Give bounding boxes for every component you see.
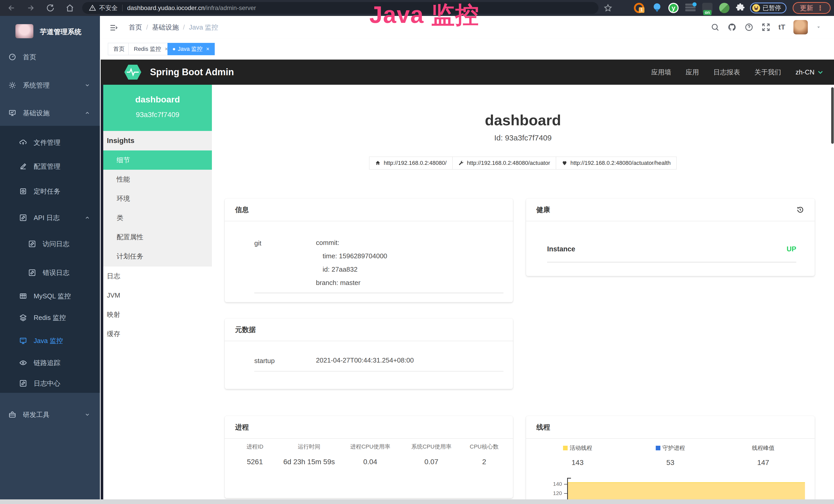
leaf-extension-icon[interactable] <box>719 3 729 13</box>
sba-instance-header[interactable]: dashboard 93a3fc7f7409 <box>103 85 212 131</box>
help-icon[interactable] <box>745 23 753 31</box>
sba-language-select[interactable]: zh-CN <box>795 68 824 76</box>
sidebar-item-access-log[interactable]: 访问日志 <box>0 232 100 256</box>
sba-menu-logs[interactable]: 日志 <box>103 267 212 286</box>
legend-daemon: 守护进程 <box>624 444 717 452</box>
health-status-badge: UP <box>787 245 796 253</box>
app-logo-row[interactable]: 芋道管理系统 <box>0 16 100 46</box>
sba-menu-metrics[interactable]: 性能 <box>103 170 212 189</box>
card-metadata: 元数据 startup 2021-04-27T00:44:31.254+08:0… <box>225 318 513 389</box>
card-title: 元数据 <box>235 325 256 334</box>
peak-threads-value: 147 <box>717 459 810 467</box>
sidebar-item-job[interactable]: 定时任务 <box>0 180 100 203</box>
timer-icon <box>19 187 27 195</box>
java-monitor-icon <box>19 337 27 345</box>
threads-values: 143 53 147 <box>531 459 810 467</box>
extension-icon[interactable]: 1 <box>634 3 644 13</box>
github-icon[interactable] <box>728 23 737 31</box>
y-tick-mark <box>564 484 567 484</box>
sba-nav-wallboard[interactable]: 应用墙 <box>651 68 671 77</box>
sba-frame: Spring Boot Admin 应用墙 应用 日志报表 关于我们 zh-CN… <box>100 60 834 499</box>
sba-menu-scheduled-tasks[interactable]: 计划任务 <box>103 247 212 266</box>
card-title: 健康 <box>536 205 550 214</box>
chevron-down-icon[interactable] <box>816 25 821 30</box>
health-url-button[interactable]: http://192.168.0.2:48080/actuator/health <box>556 157 677 169</box>
sba-nav-applications[interactable]: 应用 <box>685 68 699 77</box>
sidebar-item-config[interactable]: 配置管理 <box>0 155 100 178</box>
sidebar-item-dev-tools[interactable]: 研发工具 <box>0 403 100 427</box>
browser-profile-chip[interactable]: 已暂停 <box>750 3 787 13</box>
y-tick: 140 <box>547 481 562 487</box>
switch-extension-icon[interactable]: on <box>702 3 712 13</box>
sidebar-toggle-icon[interactable] <box>109 23 118 31</box>
instance-id: 93a3fc7f7409 <box>103 105 212 119</box>
instance-links: http://192.168.0.2:48080/ http://192.168… <box>212 157 834 169</box>
sidebar-item-home[interactable]: 首页 <box>0 45 100 69</box>
font-size-icon[interactable] <box>778 23 785 31</box>
search-icon[interactable] <box>711 23 720 31</box>
breadcrumb-current: Java 监控 <box>189 23 218 32</box>
back-icon[interactable] <box>7 3 16 13</box>
browser-update-button[interactable]: 更新 <box>793 2 831 14</box>
sidebar-item-java-monitor[interactable]: Java 监控 <box>0 329 100 352</box>
fullscreen-icon[interactable] <box>762 23 770 31</box>
sba-menu-caches[interactable]: 缓存 <box>103 324 212 344</box>
breadcrumb-infra[interactable]: 基础设施 <box>152 23 179 32</box>
reload-icon[interactable] <box>46 3 55 13</box>
sidebar-item-error-log[interactable]: 错误日志 <box>0 261 100 284</box>
threads-chart: 140 120 100 <box>526 474 815 499</box>
log-icon <box>28 240 36 248</box>
live-threads-area <box>568 482 805 499</box>
sidebar-item-file[interactable]: 文件管理 <box>0 131 100 154</box>
user-avatar[interactable] <box>793 20 808 35</box>
address-bar[interactable]: 不安全 dashboard.yudao.iocoder.cn/infra/adm… <box>82 2 598 14</box>
sba-nav-journal[interactable]: 日志报表 <box>713 68 740 77</box>
browser-menu-icon <box>817 4 824 12</box>
sidebar-item-redis[interactable]: Redis 监控 <box>0 306 100 329</box>
live-threads-value: 143 <box>531 459 624 467</box>
sidebar-item-mysql[interactable]: MySQL 监控 <box>0 284 100 308</box>
tab-redis-monitor[interactable]: Redis 监控 <box>128 43 173 55</box>
chevron-down-icon <box>817 69 824 75</box>
sba-brand-title[interactable]: Spring Boot Admin <box>150 60 234 85</box>
sidebar-item-trace[interactable]: 链路追踪 <box>0 351 100 374</box>
card-title: 信息 <box>235 205 249 214</box>
sba-header: Spring Boot Admin 应用墙 应用 日志报表 关于我们 zh-CN <box>101 60 834 85</box>
home-icon[interactable] <box>65 3 74 13</box>
scrollbar-thumb[interactable] <box>831 87 834 144</box>
sidebar-item-system[interactable]: 系统管理 <box>0 73 100 97</box>
sidebar-item-api-log[interactable]: API 日志 <box>0 206 100 230</box>
sba-menu-details[interactable]: 细节 <box>103 151 212 170</box>
chevron-down-icon <box>85 412 90 417</box>
tab-java-monitor[interactable]: Java 监控 <box>168 43 215 55</box>
y-extension-icon[interactable]: y <box>668 3 679 13</box>
sidebar-item-infra[interactable]: 基础设施 <box>0 101 100 125</box>
url-host: dashboard.yudao.iocoder.cn <box>127 4 205 12</box>
sba-menu-mappings[interactable]: 映射 <box>103 305 212 324</box>
sidebar-item-log-center[interactable]: 日志中心 <box>0 371 100 395</box>
pin-extension-icon[interactable] <box>652 3 662 13</box>
layers-icon <box>19 314 27 321</box>
sba-menu-jvm[interactable]: JVM <box>103 286 212 305</box>
forward-icon[interactable] <box>26 3 36 13</box>
service-url-button[interactable]: http://192.168.0.2:48080/ <box>369 157 453 169</box>
tab-home[interactable]: 首页 <box>108 43 130 55</box>
threads-legend: 活动线程 守护进程 线程峰值 <box>531 444 810 452</box>
actuator-url-button[interactable]: http://192.168.0.2:48080/actuator <box>452 157 556 169</box>
sba-menu-classes[interactable]: 类 <box>103 208 212 228</box>
sba-nav-about[interactable]: 关于我们 <box>754 68 781 77</box>
bookmark-star-icon[interactable] <box>603 4 612 12</box>
breadcrumb-home[interactable]: 首页 <box>129 23 142 32</box>
extensions-puzzle-icon[interactable] <box>735 3 745 13</box>
legend-swatch-blue <box>656 446 660 450</box>
sba-menu-config-props[interactable]: 配置属性 <box>103 228 212 247</box>
sba-logo-icon[interactable] <box>123 64 143 80</box>
y-tick-mark <box>564 493 567 494</box>
close-icon[interactable] <box>206 46 210 52</box>
history-icon[interactable] <box>796 205 805 214</box>
grid-extension-icon[interactable] <box>685 3 696 13</box>
gauge-icon <box>8 53 16 61</box>
sba-menu-environment[interactable]: 环境 <box>103 189 212 208</box>
chevron-down-icon <box>85 83 90 88</box>
screen: 不安全 dashboard.yudao.iocoder.cn/infra/adm… <box>0 0 834 504</box>
